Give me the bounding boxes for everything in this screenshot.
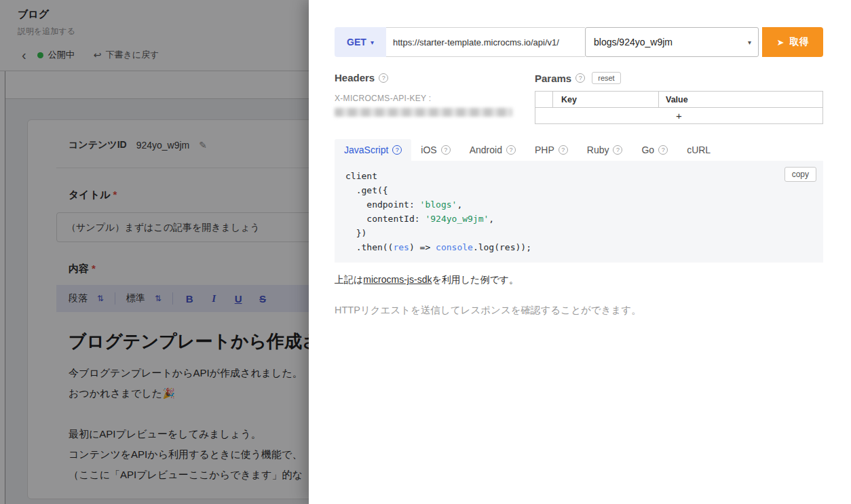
tab-android[interactable]: Android? xyxy=(460,139,525,161)
help-icon[interactable]: ? xyxy=(575,73,585,83)
code-line: contentId: '924yo_w9jm', xyxy=(345,212,812,226)
help-icon[interactable]: ? xyxy=(392,145,402,155)
code-language-tabs: JavaScript?iOS?Android?PHP?Ruby?Go?cURL xyxy=(335,139,825,161)
tab-label: cURL xyxy=(687,144,711,155)
fetch-button[interactable]: ➤ 取得 xyxy=(762,27,823,57)
api-key-redacted-value xyxy=(335,108,512,117)
chevron-down-icon: ▾ xyxy=(371,39,374,46)
code-line: .then((res) => console.log(res)); xyxy=(345,240,812,254)
sdk-link[interactable]: microcms-js-sdk xyxy=(363,274,432,285)
tab-label: Ruby xyxy=(587,144,609,155)
params-value-header: Value xyxy=(659,92,822,107)
base-url: https://starter-template.microcms.io/api… xyxy=(386,27,585,57)
http-description: HTTPリクエストを送信してレスポンスを確認することができます。 xyxy=(335,304,825,317)
method-label: GET xyxy=(347,37,366,47)
api-preview-panel: GET ▾ https://starter-template.microcms.… xyxy=(309,0,851,504)
headers-section: Headers ? X-MICROCMS-API-KEY : xyxy=(335,72,535,124)
tab-go[interactable]: Go? xyxy=(632,139,677,161)
tab-php[interactable]: PHP? xyxy=(525,139,578,161)
help-icon[interactable]: ? xyxy=(613,145,622,155)
send-icon: ➤ xyxy=(777,37,784,47)
code-line: client xyxy=(345,169,812,183)
params-title: Params xyxy=(535,73,571,84)
code-content: client .get({ endpoint: 'blogs', content… xyxy=(345,169,812,254)
add-param-button[interactable]: + xyxy=(535,108,822,123)
tab-ruby[interactable]: Ruby? xyxy=(578,139,632,161)
copy-button[interactable]: copy xyxy=(784,167,816,182)
help-icon[interactable]: ? xyxy=(379,73,388,83)
help-icon[interactable]: ? xyxy=(559,145,568,155)
reset-button[interactable]: reset xyxy=(592,72,620,84)
headers-title: Headers xyxy=(335,72,375,83)
tab-label: iOS xyxy=(421,144,436,155)
tab-ios[interactable]: iOS? xyxy=(411,139,459,161)
tab-javascript[interactable]: JavaScript? xyxy=(335,139,411,161)
params-key-header: Key xyxy=(553,92,659,107)
method-select[interactable]: GET ▾ xyxy=(335,27,386,57)
request-bar: GET ▾ https://starter-template.microcms.… xyxy=(335,27,823,57)
code-line: .get({ xyxy=(345,183,812,197)
tab-label: Go xyxy=(641,144,654,155)
help-icon[interactable]: ? xyxy=(506,145,516,155)
tab-label: Android xyxy=(470,144,502,155)
chevron-down-icon: ▾ xyxy=(748,39,751,46)
tab-label: PHP xyxy=(535,144,554,155)
code-block: copy client .get({ endpoint: 'blogs', co… xyxy=(335,161,823,263)
params-section: Params ? reset Key Value + xyxy=(535,72,823,124)
help-icon[interactable]: ? xyxy=(441,145,451,155)
code-line: endpoint: 'blogs', xyxy=(345,197,812,212)
endpoint-value: blogs/924yo_w9jm xyxy=(594,37,673,47)
tab-curl[interactable]: cURL xyxy=(677,139,720,161)
endpoint-select[interactable]: blogs/924yo_w9jm ▾ xyxy=(585,27,759,57)
fetch-label: 取得 xyxy=(789,36,808,48)
params-table: Key Value + xyxy=(535,91,823,124)
help-icon[interactable]: ? xyxy=(658,145,668,155)
sdk-note: 上記はmicrocms-js-sdkを利用した例です。 xyxy=(335,274,825,286)
tab-label: JavaScript xyxy=(344,144,388,155)
params-checkbox-column xyxy=(535,92,553,107)
api-key-label: X-MICROCMS-API-KEY : xyxy=(335,94,535,103)
code-line: }) xyxy=(345,226,812,240)
